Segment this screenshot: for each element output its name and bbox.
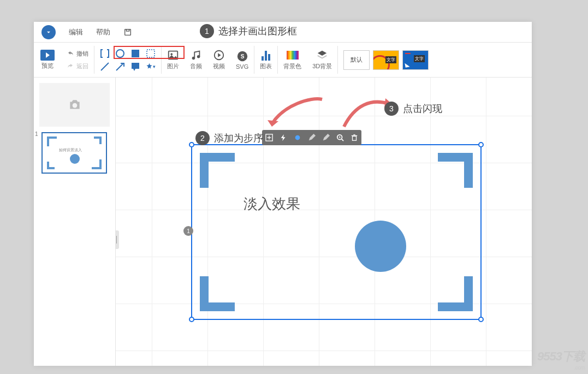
- bg3d-button[interactable]: 3D背景: [307, 43, 337, 77]
- svg-point-15: [72, 103, 77, 108]
- template-default-label: 默认: [351, 56, 363, 64]
- frame-bracket-tl: [200, 153, 235, 188]
- camera-icon: [68, 98, 82, 112]
- toolbar: 预览 撤销 返回 ▾: [34, 43, 532, 78]
- callout-shape-button[interactable]: [130, 62, 140, 72]
- resize-handle-br[interactable]: [478, 317, 484, 322]
- svg-point-19: [295, 135, 300, 140]
- template-tag-label: 文字: [385, 56, 396, 63]
- template-blue[interactable]: 文字: [402, 50, 429, 70]
- template-default[interactable]: 默认: [343, 50, 370, 70]
- frame-bracket-br: [438, 276, 473, 311]
- app-window: 编辑 帮助 预览 撤销 返回: [34, 22, 532, 366]
- image-label: 图片: [167, 62, 179, 70]
- callout-1: 1 选择并画出图形框: [200, 24, 297, 38]
- svg-point-2: [116, 50, 124, 57]
- bg3d-icon: [316, 49, 328, 61]
- chevron-down-icon: [45, 28, 52, 36]
- bracket-shape-button[interactable]: [100, 49, 110, 58]
- template-yellow[interactable]: 文字: [373, 50, 399, 70]
- frame-bracket-tr: [438, 153, 473, 188]
- menu-edit[interactable]: 编辑: [69, 27, 83, 37]
- delete-button[interactable]: [351, 134, 358, 141]
- undo-redo-group: 撤销 返回: [61, 43, 94, 77]
- square-shape-button[interactable]: [130, 49, 140, 58]
- line-shape-button[interactable]: [100, 62, 110, 72]
- redo-label: 返回: [76, 62, 88, 70]
- callout-2-number: 2: [195, 131, 210, 145]
- selected-shape-frame[interactable]: 淡入效果 1: [191, 144, 482, 320]
- marquee-shape-button[interactable]: [146, 49, 156, 58]
- step-badge: 1: [183, 226, 193, 236]
- video-button[interactable]: 视频: [207, 43, 230, 77]
- slide-mini-preview: 如何设置淡入: [41, 132, 107, 174]
- callout-3: 3 点击闪现: [384, 102, 442, 116]
- slide-panel: 1 如何设置淡入: [34, 78, 116, 366]
- bgcolor-label: 背景色: [283, 62, 301, 70]
- frame-bracket-bl: [200, 276, 235, 311]
- slide-thumbnail-1[interactable]: 1 如何设置淡入: [39, 132, 110, 174]
- panel-collapse-handle[interactable]: [116, 230, 119, 249]
- app-logo-button[interactable]: [41, 25, 56, 39]
- video-label: 视频: [213, 62, 225, 70]
- svg-line-21: [342, 139, 344, 141]
- bg3d-label: 3D背景: [312, 62, 332, 70]
- undo-button[interactable]: 撤销: [67, 50, 88, 58]
- svg-rect-7: [132, 63, 139, 69]
- undo-label: 撤销: [76, 50, 88, 58]
- chart-button[interactable]: 图表: [254, 43, 277, 77]
- svg-point-10: [192, 57, 195, 60]
- callout-2-text: 添加为步序: [214, 132, 263, 145]
- save-button[interactable]: [123, 28, 132, 37]
- svg-rect-0: [125, 29, 131, 35]
- callout-3-text: 点击闪现: [403, 102, 442, 115]
- canvas[interactable]: 淡入效果 1: [116, 78, 532, 366]
- slide-number: 1: [35, 131, 38, 137]
- callout-3-number: 3: [384, 102, 399, 116]
- audio-label: 音频: [190, 62, 202, 70]
- add-step-button[interactable]: [265, 134, 273, 141]
- edit-pencil-button[interactable]: [308, 134, 316, 141]
- resize-handle-tl[interactable]: [189, 142, 194, 147]
- svg-rect-4: [147, 50, 155, 57]
- svg-button[interactable]: S SVG: [230, 43, 254, 77]
- star-shape-button[interactable]: ▾: [146, 62, 156, 72]
- fade-circle-button[interactable]: [294, 134, 301, 141]
- watermark-sub: .com: [537, 365, 585, 371]
- redo-button[interactable]: 返回: [67, 62, 88, 70]
- chart-icon: [260, 49, 272, 61]
- svg-text:S: S: [240, 53, 244, 59]
- shapes-group: ▾: [94, 43, 161, 77]
- undo-icon: [67, 50, 74, 57]
- preview-label: 预览: [41, 62, 54, 70]
- svg-line-6: [116, 64, 123, 70]
- bgcolor-button[interactable]: 背景色: [278, 43, 307, 77]
- frame-circle-shape: [355, 221, 406, 272]
- image-icon: [167, 49, 179, 61]
- watermark: 9553下载 .com: [537, 348, 585, 371]
- menu-help[interactable]: 帮助: [96, 27, 110, 37]
- music-icon: [190, 49, 202, 61]
- add-slide-placeholder[interactable]: [39, 83, 110, 127]
- circle-shape-button[interactable]: [115, 49, 125, 58]
- arrow-shape-button[interactable]: [115, 62, 125, 72]
- preview-group[interactable]: 预览: [34, 43, 61, 77]
- templates-group: 默认 文字 文字: [338, 43, 434, 77]
- chart-label: 图表: [260, 62, 272, 70]
- svg-rect-3: [132, 50, 139, 57]
- edit-pencil2-button[interactable]: [322, 134, 330, 141]
- callout-1-number: 1: [200, 24, 214, 38]
- video-icon: [213, 49, 225, 61]
- flash-button[interactable]: [280, 134, 287, 141]
- svg-icon: S: [236, 50, 248, 62]
- mini-text: 如何设置淡入: [59, 147, 82, 153]
- zoom-button[interactable]: [336, 134, 344, 141]
- audio-button[interactable]: 音频: [185, 43, 207, 77]
- callout-2: 2 添加为步序: [195, 131, 263, 145]
- svg-point-11: [197, 55, 200, 58]
- play-icon: [40, 50, 55, 61]
- resize-handle-tr[interactable]: [478, 142, 484, 147]
- context-toolbar: [262, 130, 361, 145]
- image-button[interactable]: 图片: [162, 43, 185, 77]
- resize-handle-bl[interactable]: [189, 317, 194, 322]
